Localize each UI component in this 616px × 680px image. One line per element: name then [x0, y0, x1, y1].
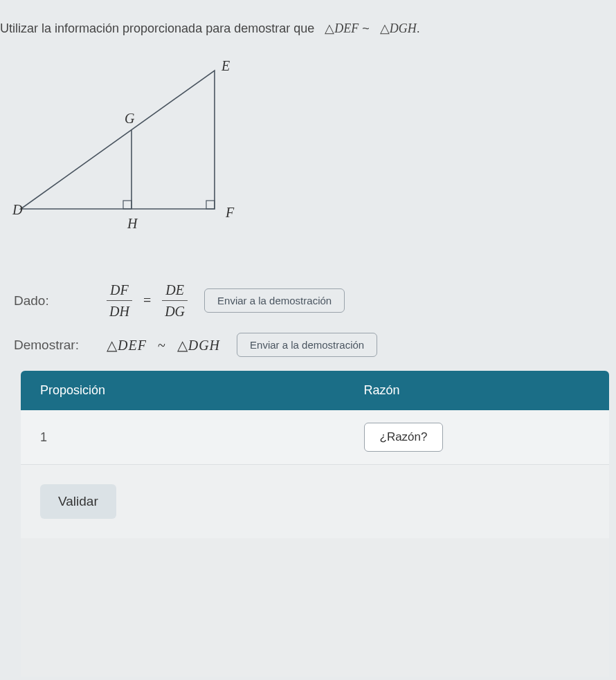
- reason-button[interactable]: ¿Razón?: [364, 423, 444, 452]
- instruction-text: Utilizar la información proporcionada pa…: [0, 21, 616, 36]
- point-d-label: D: [12, 202, 23, 217]
- given-lhs-num: DF: [107, 281, 132, 300]
- triangle-diagram: D E F G H: [7, 57, 616, 239]
- prove-rel: ~: [158, 338, 166, 353]
- instruction-tri1: DEF: [334, 21, 359, 35]
- given-row: Dado: DF DH = DE DG Enviar a la demostra…: [14, 281, 616, 320]
- instruction-tri2: DGH: [390, 21, 417, 35]
- point-g-label: G: [125, 111, 135, 126]
- given-eq-sign: =: [143, 293, 151, 309]
- point-h-label: H: [127, 216, 138, 231]
- instruction-suffix: .: [417, 21, 420, 35]
- instruction-prefix: Utilizar la información proporcionada pa…: [0, 21, 314, 35]
- proof-table: Proposición Razón 1 ¿Razón? Validar: [0, 371, 616, 677]
- instruction-rel: ~: [362, 21, 370, 35]
- given-rhs-den: DG: [162, 300, 188, 320]
- table-row: 1 ¿Razón?: [21, 410, 609, 465]
- row-index: 1: [21, 412, 345, 463]
- prove-tri2: DGH: [188, 338, 220, 353]
- given-equation: DF DH = DE DG: [107, 281, 188, 320]
- svg-marker-0: [21, 71, 215, 209]
- header-proposition: Proposición: [21, 371, 345, 410]
- send-given-button[interactable]: Enviar a la demostración: [204, 288, 345, 313]
- point-e-label: E: [221, 58, 230, 73]
- prove-row: Demostrar: △DEF ~ △DGH Enviar a la demos…: [14, 333, 616, 357]
- svg-rect-3: [123, 201, 132, 209]
- given-rhs-num: DE: [163, 281, 187, 300]
- prove-expression: △DEF ~ △DGH: [107, 337, 220, 353]
- header-reason: Razón: [345, 371, 610, 410]
- point-f-label: F: [225, 205, 235, 220]
- validate-row: Validar: [21, 465, 609, 538]
- svg-rect-2: [206, 201, 215, 209]
- proof-table-header: Proposición Razón: [21, 371, 609, 410]
- given-lhs-den: DH: [107, 300, 132, 320]
- blank-area: [21, 538, 609, 677]
- given-label: Dado:: [14, 293, 90, 309]
- validate-button[interactable]: Validar: [40, 484, 116, 519]
- prove-label: Demostrar:: [14, 338, 90, 353]
- send-prove-button[interactable]: Enviar a la demostración: [237, 333, 377, 357]
- prove-tri1: DEF: [118, 338, 147, 353]
